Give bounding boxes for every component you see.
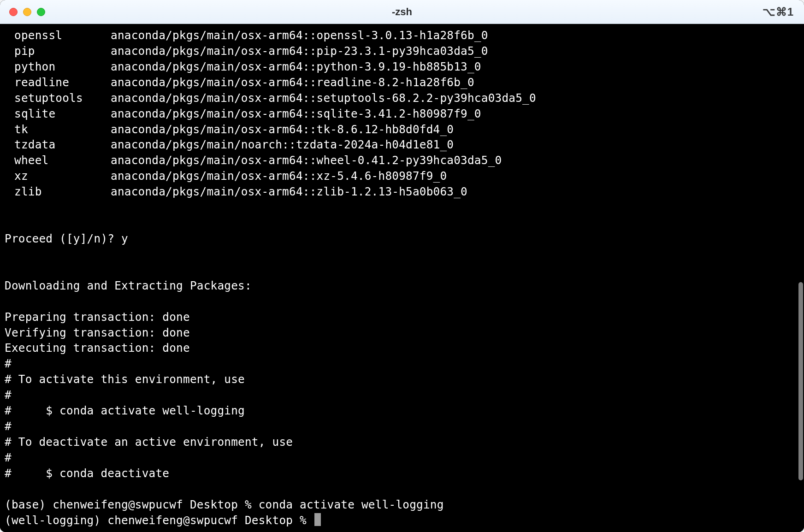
shell-prompt[interactable]: (well-logging) chenweifeng@swpucwf Deskt… [5, 514, 313, 527]
window-shortcut: ⌥⌘1 [763, 6, 794, 18]
comment-line: # $ conda deactivate [5, 467, 169, 480]
package-spec: anaconda/pkgs/main/osx-arm64::openssl-3.… [111, 28, 488, 43]
package-name: python [5, 59, 111, 75]
package-name: zlib [5, 184, 111, 200]
shell-prompt: (base) chenweifeng@swpucwf Desktop % con… [5, 498, 444, 511]
status-line: Verifying transaction: done [5, 326, 190, 339]
package-name: pip [5, 43, 111, 59]
scrollbar[interactable] [798, 282, 803, 480]
package-spec: anaconda/pkgs/main/osx-arm64::xz-5.4.6-h… [111, 168, 447, 184]
package-row: zlibanaconda/pkgs/main/osx-arm64::zlib-1… [5, 184, 799, 200]
package-row: tkanaconda/pkgs/main/osx-arm64::tk-8.6.1… [5, 122, 799, 137]
comment-line: # $ conda activate well-logging [5, 404, 245, 417]
package-row: pipanaconda/pkgs/main/osx-arm64::pip-23.… [5, 43, 799, 59]
package-spec: anaconda/pkgs/main/osx-arm64::python-3.9… [111, 59, 481, 75]
package-spec: anaconda/pkgs/main/osx-arm64::readline-8… [111, 75, 474, 90]
package-name: setuptools [5, 90, 111, 106]
package-name: tzdata [5, 137, 111, 153]
package-spec: anaconda/pkgs/main/noarch::tzdata-2024a-… [111, 137, 454, 153]
package-spec: anaconda/pkgs/main/osx-arm64::pip-23.3.1… [111, 43, 488, 59]
package-name: sqlite [5, 106, 111, 122]
comment-line: # [5, 420, 12, 433]
close-button[interactable] [9, 8, 18, 16]
package-row: pythonanaconda/pkgs/main/osx-arm64::pyth… [5, 59, 799, 75]
status-line: Preparing transaction: done [5, 310, 190, 324]
comment-line: # To deactivate an active environment, u… [5, 435, 293, 449]
package-name: openssl [5, 28, 111, 43]
package-row: readlineanaconda/pkgs/main/osx-arm64::re… [5, 75, 799, 90]
comment-line: # [5, 451, 12, 464]
package-name: readline [5, 75, 111, 90]
package-row: tzdataanaconda/pkgs/main/noarch::tzdata-… [5, 137, 799, 153]
status-line: Executing transaction: done [5, 341, 190, 355]
comment-line: # [5, 357, 12, 370]
cursor-icon [314, 513, 321, 526]
package-spec: anaconda/pkgs/main/osx-arm64::setuptools… [111, 90, 536, 106]
terminal-window: -zsh ⌥⌘1 opensslanaconda/pkgs/main/osx-a… [0, 0, 804, 532]
package-name: xz [5, 168, 111, 184]
status-line: Downloading and Extracting Packages: [5, 279, 252, 292]
package-spec: anaconda/pkgs/main/osx-arm64::sqlite-3.4… [111, 106, 481, 122]
package-spec: anaconda/pkgs/main/osx-arm64::zlib-1.2.1… [111, 184, 467, 200]
package-row: sqliteanaconda/pkgs/main/osx-arm64::sqli… [5, 106, 799, 122]
package-name: wheel [5, 153, 111, 168]
package-name: tk [5, 122, 111, 137]
comment-line: # [5, 388, 12, 402]
package-row: xzanaconda/pkgs/main/osx-arm64::xz-5.4.6… [5, 168, 799, 184]
package-spec: anaconda/pkgs/main/osx-arm64::tk-8.6.12-… [111, 122, 454, 137]
package-row: setuptoolsanaconda/pkgs/main/osx-arm64::… [5, 90, 799, 106]
traffic-lights [9, 8, 45, 16]
package-spec: anaconda/pkgs/main/osx-arm64::wheel-0.41… [111, 153, 502, 168]
window-title: -zsh [0, 6, 804, 18]
minimize-button[interactable] [23, 8, 31, 16]
package-row: wheelanaconda/pkgs/main/osx-arm64::wheel… [5, 153, 799, 168]
package-row: opensslanaconda/pkgs/main/osx-arm64::ope… [5, 28, 799, 43]
maximize-button[interactable] [37, 8, 45, 16]
titlebar: -zsh ⌥⌘1 [0, 0, 804, 24]
proceed-prompt: Proceed ([y]/n)? y [5, 232, 128, 245]
comment-line: # To activate this environment, use [5, 372, 245, 386]
terminal-output[interactable]: opensslanaconda/pkgs/main/osx-arm64::ope… [0, 24, 804, 532]
